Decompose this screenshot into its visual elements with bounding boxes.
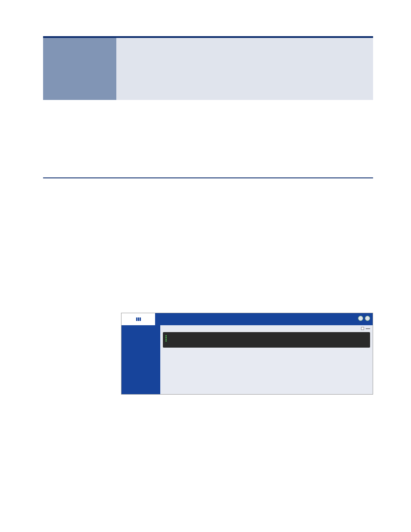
brand-logo [121,313,155,325]
main-menu-nav [121,325,160,394]
logout-icon[interactable] [358,316,363,321]
status-leds [165,335,169,345]
panel-title [160,325,373,329]
switch-front-panel [163,332,370,348]
section-rule [43,177,373,178]
switch-header [121,313,373,325]
chapter-side-block [43,38,116,100]
help-icon[interactable] [365,316,370,321]
chapter-title-block [116,38,373,100]
figure-home-page [121,313,373,395]
content-panel [160,325,373,394]
auto-refresh-checkbox[interactable] [361,327,364,330]
refresh-button[interactable] [366,328,370,329]
